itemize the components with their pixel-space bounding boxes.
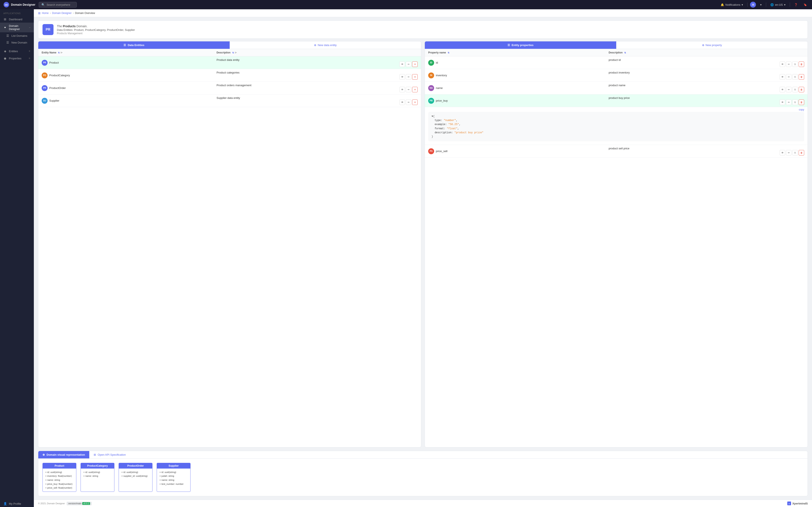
- prop-name-col-header: Property name ⇅: [425, 49, 605, 56]
- prop-name: id: [436, 61, 438, 64]
- prop-name: price_sell: [436, 150, 448, 153]
- properties-add-icon[interactable]: +: [29, 56, 31, 60]
- row-avatar: SU: [42, 98, 48, 104]
- row-actions: 👁 ✏ ✕: [216, 74, 418, 80]
- bookmark-button[interactable]: 🔖: [802, 2, 809, 7]
- edit-button[interactable]: ✏: [406, 61, 411, 67]
- language-label: en-US: [775, 3, 783, 6]
- view-button[interactable]: 👁: [399, 74, 405, 80]
- prop-name-cell: NA name: [425, 82, 605, 95]
- language-button[interactable]: 🌐 en-US ▾: [769, 2, 787, 7]
- entity-field: + supplier_id: uuid(string): [121, 474, 150, 478]
- prop-delete-button[interactable]: 🗑: [799, 61, 804, 67]
- prop-edit-button[interactable]: ✏: [786, 61, 792, 67]
- entity-desc: Product categories: [216, 71, 239, 74]
- view-button[interactable]: 👁: [399, 87, 405, 92]
- entities-icon: ◈: [3, 49, 7, 53]
- prop-view-button[interactable]: 👁: [780, 87, 785, 92]
- data-entities-tabs: ☰ Data Entities ⊕ New data entity: [38, 41, 421, 49]
- view-button[interactable]: 👁: [399, 100, 405, 105]
- prop-delete-button[interactable]: 🗑: [799, 150, 804, 156]
- sidebar-item-list-domains[interactable]: ☰ List Domains: [0, 32, 34, 39]
- prop-edit-button[interactable]: ✏: [786, 87, 792, 92]
- user-chevron-icon: ▾: [760, 3, 762, 6]
- new-property-tab[interactable]: ⊕ New property: [616, 41, 808, 49]
- sidebar-item-entities[interactable]: ◈ Entities +: [0, 48, 34, 55]
- table-row[interactable]: IN inventory product inventory 👁 ✏ ⎘ 🗑: [425, 69, 808, 82]
- breadcrumb-home-link[interactable]: Home: [42, 12, 49, 14]
- entities-list: Product, ProductCategory, ProductOrder, …: [74, 28, 135, 32]
- delete-button[interactable]: ✕: [412, 61, 418, 67]
- sidebar-item-domain-designer[interactable]: ✦ Domain Designer −: [0, 22, 34, 32]
- prop-desc-cell: product buy price 👁 ✏ ⎘ 🗑: [605, 95, 808, 107]
- new-property-plus-icon: ⊕: [702, 44, 704, 47]
- search-placeholder: Search everywhere: [47, 3, 70, 6]
- edit-button[interactable]: ✏: [406, 87, 411, 92]
- prop-delete-button[interactable]: 🗑: [799, 74, 804, 80]
- content-area: ⊞ Home › Domain Designer › Domain Overvi…: [34, 9, 812, 507]
- prop-view-button[interactable]: 👁: [780, 61, 785, 67]
- edit-button[interactable]: ✏: [406, 74, 411, 80]
- user-menu-button[interactable]: ▾: [759, 2, 763, 7]
- prop-delete-button[interactable]: 🗑: [799, 87, 804, 92]
- table-row[interactable]: PR ProductOrder Product orders managemen…: [38, 82, 421, 95]
- entity-card: ProductCategory + id: uuid(string)+ name…: [81, 463, 114, 492]
- viz-tab-active[interactable]: ⊕ Domain visual representation: [38, 451, 89, 458]
- entities-label: Data Entities:: [57, 28, 73, 32]
- sidebar-item-my-profile[interactable]: 👤 My Profile: [0, 500, 34, 507]
- table-row[interactable]: SU Supplier Supplier data entity 👁 ✏ ✕: [38, 95, 421, 107]
- version-number: v0.0.2: [82, 502, 90, 505]
- sidebar-item-dashboard[interactable]: ⊞ Dashboard: [0, 16, 34, 22]
- svg-text:X: X: [789, 503, 790, 505]
- prop-copy-button[interactable]: ⎘: [792, 74, 798, 80]
- entity-field: + price_sell: float(number): [45, 486, 73, 490]
- entities-add-icon[interactable]: +: [29, 49, 31, 53]
- entity-field: + id: uuid(string): [121, 470, 150, 474]
- code-block: ▼{ type: "number", example: "50.25", for…: [428, 112, 804, 141]
- table-row[interactable]: PR Product Product data entity 👁 ✏ ✕: [38, 56, 421, 69]
- breadcrumb-sep-2: ›: [73, 12, 74, 14]
- delete-button[interactable]: ✕: [412, 87, 418, 92]
- domain-suffix: Domain.: [76, 24, 88, 28]
- prop-name: inventory: [436, 74, 447, 77]
- top-navigation: DD Domain Designer 🔍 Search everywhere 🔔…: [0, 0, 812, 9]
- viz-tab-api-spec[interactable]: ⊞ Open API Specification: [89, 451, 130, 458]
- edit-button[interactable]: ✏: [406, 100, 411, 105]
- prop-copy-button[interactable]: ⎘: [792, 100, 798, 105]
- prop-copy-button[interactable]: ⎘: [792, 150, 798, 156]
- bell-icon: 🔔: [721, 3, 724, 6]
- brand-name: XpertmindS: [792, 502, 808, 505]
- entity-field: + name: string: [45, 478, 73, 482]
- new-data-entity-tab[interactable]: ⊕ New data entity: [230, 41, 421, 49]
- sidebar-item-new-domain[interactable]: ☰ New Domain: [0, 39, 34, 46]
- prop-view-button[interactable]: 👁: [780, 100, 785, 105]
- prop-view-button[interactable]: 👁: [780, 150, 785, 156]
- table-row[interactable]: PO ProductCategory Product categories 👁 …: [38, 69, 421, 82]
- prop-edit-button[interactable]: ✏: [786, 150, 792, 156]
- table-row[interactable]: PS price_sell product sell price 👁 ✏ ⎘ 🗑: [425, 145, 808, 158]
- prop-edit-button[interactable]: ✏: [786, 74, 792, 80]
- prop-edit-button[interactable]: ✏: [786, 100, 792, 105]
- prop-avatar: NA: [428, 85, 434, 91]
- prop-desc: product buy price: [609, 96, 630, 100]
- data-entities-tab-active[interactable]: ☰ Data Entities: [38, 41, 230, 49]
- app-logo: DD Domain Designer: [3, 2, 35, 8]
- delete-button[interactable]: ✕: [412, 74, 418, 80]
- view-button[interactable]: 👁: [399, 61, 405, 67]
- sidebar-item-properties[interactable]: ◉ Properties +: [0, 55, 34, 62]
- search-bar[interactable]: 🔍 Search everywhere: [39, 2, 77, 8]
- help-button[interactable]: ❓: [793, 2, 799, 7]
- prop-copy-button[interactable]: ⎘: [792, 61, 798, 67]
- copy-code-button[interactable]: copy: [799, 108, 804, 111]
- prop-delete-button[interactable]: 🗑: [799, 100, 804, 105]
- prop-view-button[interactable]: 👁: [780, 74, 785, 80]
- table-row[interactable]: ID id product id 👁 ✏ ⎘ 🗑: [425, 56, 808, 69]
- breadcrumb-domain-designer-link[interactable]: Domain Designer: [52, 12, 72, 14]
- table-row[interactable]: PB price_buy product buy price 👁 ✏ ⎘ 🗑: [425, 95, 808, 107]
- table-row[interactable]: NA name product name 👁 ✏ ⎘ 🗑: [425, 82, 808, 95]
- avatar[interactable]: JE: [750, 2, 756, 8]
- prop-copy-button[interactable]: ⎘: [792, 87, 798, 92]
- notifications-button[interactable]: 🔔 Notifications ▾: [719, 2, 745, 7]
- delete-button[interactable]: ✕: [412, 100, 418, 105]
- entity-properties-tab-active[interactable]: ☰ Entity properties: [425, 41, 616, 49]
